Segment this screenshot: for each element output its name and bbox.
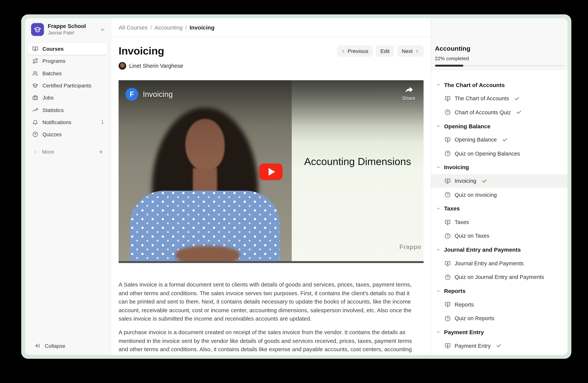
sidebar-item-label: Certified Participants (42, 82, 91, 89)
monitor-play-icon (444, 343, 451, 349)
chapter-reports[interactable]: Reports (431, 284, 567, 298)
book-open-icon (32, 46, 38, 52)
edit-button[interactable]: Edit (376, 45, 394, 57)
lesson-title: The Chart of Accounts (455, 96, 509, 102)
sidebar-item-batches[interactable]: Batches (28, 67, 108, 79)
chapter-title: Journal Entry and Payments (444, 246, 521, 253)
lesson-payment-entry[interactable]: Payment Entry (431, 339, 567, 353)
lesson-taxes[interactable]: Taxes (431, 215, 567, 229)
workspace-identity: Frappe School Jannat Patel (48, 23, 86, 36)
quiz-chart-of-accounts-quiz[interactable]: Chart of Accounts Quiz (431, 105, 567, 119)
frappe-school-logo (31, 23, 44, 36)
check-icon (516, 109, 522, 115)
sidebar-item-programs[interactable]: Programs (28, 55, 108, 67)
chapter-title: Invoicing (444, 164, 469, 171)
sidebar-item-label: Statistics (42, 107, 64, 113)
share-button[interactable]: Share (402, 86, 415, 101)
check-icon (514, 96, 520, 101)
lesson-title: Payment Entry (455, 343, 491, 349)
lesson-opening-balance[interactable]: Opening Balance (431, 133, 567, 147)
play-button[interactable] (259, 164, 283, 180)
chevron-down-icon (436, 330, 441, 334)
lesson-title: Opening Balance (455, 137, 497, 143)
sidebar-nav: CoursesProgramsBatchesCertified Particip… (25, 40, 111, 141)
video-player[interactable]: Accounting Dimensions F Invoicing Share (119, 80, 423, 263)
previous-button[interactable]: Previous (337, 45, 373, 57)
sidebar-item-courses[interactable]: Courses (28, 43, 108, 55)
quiz-quiz-on-journal-entry-and-payments[interactable]: Quiz on Journal Entry and Payments (431, 270, 567, 284)
collapse-sidebar-button[interactable]: Collapse (25, 343, 111, 355)
sidebar-item-quizzes[interactable]: Quizzes (28, 128, 108, 141)
chevron-down-icon[interactable] (100, 27, 105, 32)
lesson-journal-entry-and-payments[interactable]: Journal Entry and Payments (431, 257, 567, 270)
course-progress-header: Accounting 22% completed (431, 18, 567, 70)
chapter-opening-balance[interactable]: Opening Balance (431, 119, 567, 133)
chapter-the-chart-of-accounts[interactable]: The Chart of Accounts (431, 78, 567, 92)
share-icon (404, 86, 414, 95)
collapse-icon (34, 343, 40, 349)
lesson-invoicing[interactable]: Invoicing (431, 174, 567, 188)
chevron-down-icon (436, 82, 441, 87)
lesson-body-text: A Sales invoice is a formal document sen… (119, 280, 415, 355)
share-label: Share (402, 95, 415, 101)
briefcase-icon (32, 95, 38, 101)
lesson-title: Invoicing (455, 178, 476, 184)
breadcrumb-current: Invoicing (190, 24, 215, 31)
progress-track (435, 65, 565, 67)
users-icon (32, 70, 38, 76)
chevron-down-icon (436, 288, 441, 293)
quiz-quiz-on-invoicing[interactable]: Quiz on Invoicing (431, 188, 567, 202)
breadcrumb-course[interactable]: Accounting (155, 24, 183, 31)
paragraph: A purchase invoice is a document created… (119, 328, 415, 355)
chapter-payment-entry[interactable]: Payment Entry (431, 325, 567, 339)
breadcrumb-separator: / (150, 24, 152, 31)
frappe-channel-logo[interactable]: F (126, 88, 138, 101)
monitor-play-icon (444, 178, 451, 184)
help-circle-icon (444, 109, 451, 115)
chapter-taxes[interactable]: Taxes (431, 202, 567, 215)
plus-icon[interactable] (98, 149, 104, 155)
quiz-quiz-on-reports[interactable]: Quiz on Reports (431, 311, 567, 325)
lesson-title: Quiz on Reports (455, 315, 494, 321)
lesson-title: Quiz on Taxes (455, 233, 489, 239)
sidebar-item-statistics[interactable]: Statistics (28, 104, 108, 116)
video-progress-bar[interactable] (119, 261, 423, 263)
quiz-quiz-on-opening-balances[interactable]: Quiz on Opening Balances (431, 147, 567, 160)
video-title[interactable]: Invoicing (143, 90, 173, 99)
sidebar-item-jobs[interactable]: Jobs (28, 92, 108, 104)
sidebar-item-notifications[interactable]: Notifications1 (28, 116, 108, 129)
sidebar-item-label: Courses (42, 46, 64, 52)
video-slide-panel: Accounting Dimensions (292, 80, 423, 263)
sidebar-item-label: Programs (42, 58, 65, 64)
route-icon (32, 58, 38, 64)
lesson-nav-buttons: Previous Edit Next (337, 45, 423, 57)
course-outline-list: The Chart of AccountsThe Chart of Accoun… (431, 70, 567, 355)
lesson-reports[interactable]: Reports (431, 298, 567, 312)
lesson-title: Journal Entry and Payments (455, 260, 524, 267)
collapse-label: Collapse (45, 343, 65, 349)
sidebar-item-certified-participants[interactable]: Certified Participants (28, 79, 108, 92)
help-circle-icon (444, 192, 451, 198)
page-title: Invoicing (119, 45, 164, 57)
help-circle-icon (444, 150, 451, 157)
monitor-play-icon (444, 219, 451, 225)
chapter-invoicing[interactable]: Invoicing (431, 160, 567, 174)
chapter-title: Taxes (444, 205, 460, 212)
breadcrumb-all-courses[interactable]: All Courses (119, 24, 147, 31)
chapter-journal-entry-and-payments[interactable]: Journal Entry and Payments (431, 243, 567, 257)
workspace-switcher[interactable]: Frappe School Jannat Patel (25, 18, 111, 40)
person-face (185, 119, 225, 171)
chevron-down-icon (436, 206, 441, 211)
author-row: Linet Sherin Varghese (119, 62, 423, 70)
next-button[interactable]: Next (397, 45, 423, 57)
monitor-play-icon (444, 302, 451, 308)
author-name: Linet Sherin Varghese (129, 63, 183, 69)
graduation-cap-icon (32, 82, 38, 89)
main-column: All Courses / Accounting / Invoicing Inv… (111, 18, 431, 355)
edit-label: Edit (380, 48, 389, 54)
quiz-quiz-on-taxes[interactable]: Quiz on Taxes (431, 229, 567, 243)
lesson-title: Quiz on Journal Entry and Payments (455, 274, 544, 280)
lesson-the-chart-of-accounts[interactable]: The Chart of Accounts (431, 92, 567, 106)
sidebar-item-more[interactable]: More (28, 146, 108, 158)
sidebar-item-label: Jobs (42, 95, 54, 101)
